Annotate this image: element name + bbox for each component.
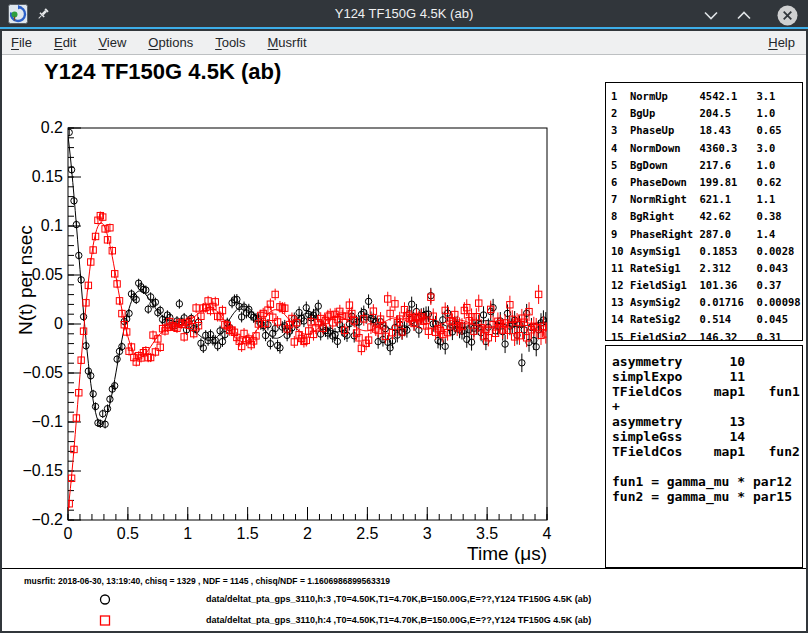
svg-text:2.5: 2.5 bbox=[356, 525, 378, 542]
legend-label: data/deltat_pta_gps_3110,h:3 ,T0=4.50K,T… bbox=[206, 594, 591, 604]
theory-line: simpleGss 14 bbox=[612, 429, 802, 444]
param-row: 1 NormUp 4542.1 3.1 bbox=[611, 88, 802, 105]
legend-row: data/deltat_pta_gps_3110,h:4 ,T0=4.50K,T… bbox=[2, 614, 806, 627]
svg-text:0.2: 0.2 bbox=[41, 119, 63, 136]
chevron-down-icon bbox=[704, 11, 718, 20]
menu-mnemonic: H bbox=[768, 35, 777, 50]
theory-box: asymmetry 10simplExpo 11TFieldCos map1 f… bbox=[605, 345, 803, 568]
fit-parameter-box: 1 NormUp 4542.1 3.12 BgUp 204.5 1.03 Pha… bbox=[605, 82, 803, 341]
menu-item-file[interactable]: File bbox=[2, 31, 43, 54]
theory-line: simplExpo 11 bbox=[612, 369, 802, 384]
menu-item-tools[interactable]: Tools bbox=[204, 31, 256, 54]
series-circle bbox=[66, 128, 549, 428]
circle-x-icon bbox=[777, 5, 798, 26]
menu-item-view[interactable]: View bbox=[87, 31, 137, 54]
menu-mnemonic: V bbox=[98, 35, 106, 50]
svg-text:0.5: 0.5 bbox=[117, 525, 139, 542]
param-row: 2 BgUp 204.5 1.0 bbox=[611, 105, 802, 122]
fit-statistics-text: musrfit: 2018-06-30, 13:19:40, chisq = 1… bbox=[24, 576, 390, 586]
param-row: 6 PhaseDown 199.81 0.62 bbox=[611, 174, 802, 191]
svg-text:2: 2 bbox=[303, 525, 312, 542]
theory-line bbox=[612, 459, 802, 474]
musrview-window: Y124 TF150G 4.5K (ab) FileEditViewOption… bbox=[0, 0, 808, 633]
svg-text:−0.2: −0.2 bbox=[31, 511, 63, 528]
param-row: 15 FieldSig2 146.32 0.31 bbox=[611, 329, 802, 341]
theory-line: TFieldCos map1 fun2 bbox=[612, 444, 802, 459]
legend-label: data/deltat_pta_gps_3110,h:4 ,T0=4.50K,T… bbox=[206, 615, 591, 625]
svg-text:−0.05: −0.05 bbox=[23, 364, 64, 381]
legend-row: data/deltat_pta_gps_3110,h:3 ,T0=4.50K,T… bbox=[2, 593, 806, 606]
svg-text:0.05: 0.05 bbox=[32, 266, 63, 283]
svg-text:0.1: 0.1 bbox=[41, 217, 63, 234]
theory-line: TFieldCos map1 fun1 bbox=[612, 384, 802, 399]
param-row: 7 NormRight 621.1 1.1 bbox=[611, 191, 802, 208]
svg-text:−0.15: −0.15 bbox=[23, 462, 64, 479]
series-square bbox=[66, 211, 549, 510]
chevron-up-icon bbox=[737, 11, 751, 20]
param-row: 11 RateSig1 2.312 0.043 bbox=[611, 260, 802, 277]
svg-text:0: 0 bbox=[54, 315, 63, 332]
svg-text:3.5: 3.5 bbox=[476, 525, 498, 542]
param-row: 3 PhaseUp 18.43 0.65 bbox=[611, 122, 802, 139]
svg-text:4: 4 bbox=[543, 525, 552, 542]
menu-mnemonic: T bbox=[215, 35, 222, 50]
svg-text:−0.1: −0.1 bbox=[31, 413, 63, 430]
menu-mnemonic: M bbox=[268, 35, 279, 50]
x-axis-title: Time (μs) bbox=[467, 543, 547, 564]
theory-line: asymmetry 13 bbox=[612, 414, 802, 429]
svg-text:1.5: 1.5 bbox=[237, 525, 259, 542]
window-titlebar[interactable]: Y124 TF150G 4.5K (ab) bbox=[0, 0, 808, 29]
theory-line: + bbox=[612, 399, 802, 414]
y-axis-title: N(t) per nsec bbox=[15, 225, 36, 335]
svg-text:1: 1 bbox=[183, 525, 192, 542]
param-row: 5 BgDown 217.6 1.0 bbox=[611, 157, 802, 174]
svg-text:3: 3 bbox=[423, 525, 432, 542]
menu-mnemonic: O bbox=[148, 35, 158, 50]
svg-text:0.15: 0.15 bbox=[32, 168, 63, 185]
plot-title: Y124 TF150G 4.5K (ab) bbox=[44, 59, 281, 85]
close-button[interactable] bbox=[776, 4, 798, 26]
theory-line: fun1 = gamma_mu * par12 bbox=[612, 474, 802, 489]
minimize-button[interactable] bbox=[700, 4, 722, 26]
menu-mnemonic: E bbox=[54, 35, 63, 50]
square-marker-icon bbox=[98, 614, 112, 627]
menu-mnemonic: F bbox=[11, 35, 19, 50]
window-title: Y124 TF150G 4.5K (ab) bbox=[0, 0, 808, 28]
theory-line: asymmetry 10 bbox=[612, 354, 802, 369]
menu-item-musrfit[interactable]: Musrfit bbox=[257, 31, 318, 54]
param-row: 4 NormDown 4360.3 3.0 bbox=[611, 140, 802, 157]
param-row: 9 PhaseRight 287.0 1.4 bbox=[611, 226, 802, 243]
circle-marker-icon bbox=[98, 593, 112, 606]
theory-line: fun2 = gamma_mu * par15 bbox=[612, 489, 802, 504]
root-canvas[interactable]: 0.20.150.10.050−0.05−0.1−0.15−0.200.511.… bbox=[2, 55, 806, 631]
param-row: 8 BgRight 42.62 0.38 bbox=[611, 208, 802, 225]
menubar: FileEditViewOptionsToolsMusrfitHelp bbox=[2, 31, 806, 55]
svg-text:0: 0 bbox=[64, 525, 73, 542]
param-row: 12 FieldSig1 101.36 0.37 bbox=[611, 277, 802, 294]
menu-item-help[interactable]: Help bbox=[757, 31, 806, 54]
param-row: 10 AsymSig1 0.1853 0.0028 bbox=[611, 243, 802, 260]
footer-strip: musrfit: 2018-06-30, 13:19:40, chisq = 1… bbox=[2, 568, 806, 631]
menu-item-options[interactable]: Options bbox=[137, 31, 204, 54]
maximize-button[interactable] bbox=[733, 4, 755, 26]
menu-item-edit[interactable]: Edit bbox=[43, 31, 87, 54]
param-row: 13 AsymSig2 0.01716 0.00098 bbox=[611, 294, 802, 311]
param-row: 14 RateSig2 0.514 0.045 bbox=[611, 311, 802, 328]
